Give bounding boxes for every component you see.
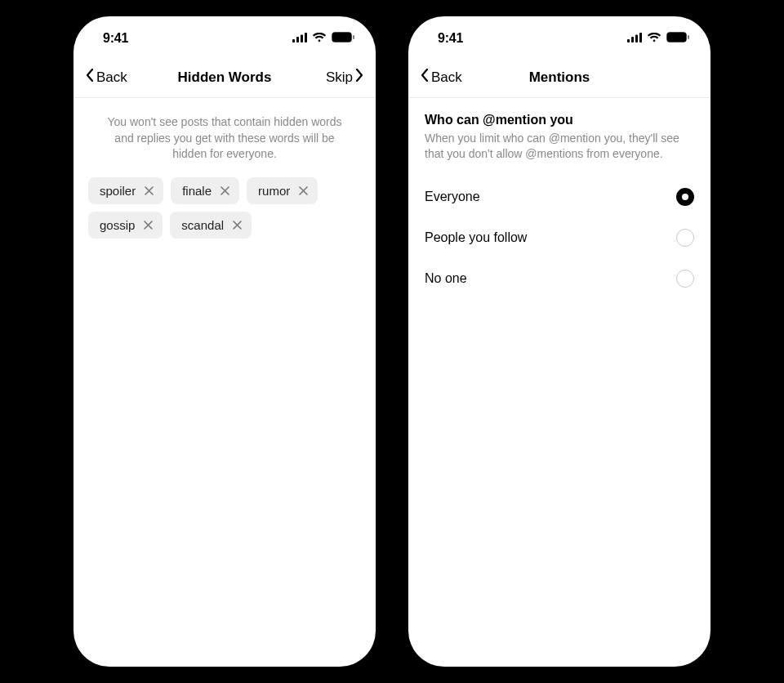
hidden-word-chip[interactable]: spoiler (88, 177, 163, 204)
mentions-option[interactable]: Everyone (425, 176, 694, 217)
section-subtitle: When you limit who can @mention you, the… (425, 131, 694, 162)
option-label: Everyone (425, 190, 480, 204)
section-title: Who can @mention you (425, 113, 694, 127)
wifi-icon (647, 31, 662, 46)
chip-label: gossip (100, 218, 135, 232)
hidden-word-chip[interactable]: scandal (170, 212, 252, 239)
hidden-word-chip[interactable]: gossip (88, 212, 163, 239)
hidden-word-chip[interactable]: finale (171, 177, 239, 204)
radio-button[interactable] (676, 229, 694, 247)
chevron-left-icon (420, 68, 430, 87)
skip-label: Skip (326, 69, 353, 86)
mentions-options: EveryonePeople you followNo one (425, 176, 694, 299)
back-label: Back (431, 69, 462, 86)
svg-rect-1 (296, 37, 299, 42)
chevron-right-icon (354, 68, 364, 87)
radio-button[interactable] (676, 188, 694, 206)
svg-rect-3 (305, 33, 307, 42)
svg-rect-13 (688, 35, 689, 39)
chevron-left-icon (85, 68, 95, 87)
status-time: 9:41 (103, 31, 128, 46)
nav-bar: Back Hidden Words Skip (74, 67, 376, 98)
remove-chip-icon[interactable] (141, 218, 154, 231)
phone-right: 9:41 Back Mentions Who can @mention you … (408, 16, 710, 667)
mentions-option[interactable]: No one (425, 258, 694, 299)
remove-chip-icon[interactable] (296, 184, 310, 197)
signal-icon (627, 31, 642, 46)
nav-bar: Back Mentions (408, 67, 710, 98)
skip-button[interactable]: Skip (326, 68, 364, 87)
mentions-option[interactable]: People you follow (425, 217, 694, 258)
svg-rect-9 (635, 35, 638, 43)
battery-icon (332, 31, 354, 46)
hidden-word-chip[interactable]: rumor (247, 177, 318, 204)
status-bar: 9:41 (74, 26, 376, 51)
status-icons (292, 31, 354, 46)
status-icons (627, 31, 689, 46)
battery-icon (666, 31, 689, 46)
mentions-section: Who can @mention you When you limit who … (408, 98, 710, 299)
remove-chip-icon[interactable] (218, 184, 231, 197)
svg-rect-6 (353, 35, 354, 39)
chip-label: rumor (258, 184, 290, 198)
status-time: 9:41 (438, 31, 463, 46)
hidden-words-chips: spoilerfinalerumorgossipscandal (74, 163, 376, 253)
svg-rect-8 (631, 37, 634, 42)
signal-icon (292, 31, 307, 46)
remove-chip-icon[interactable] (230, 218, 243, 231)
radio-button[interactable] (676, 270, 694, 288)
chip-label: scandal (181, 218, 224, 232)
svg-rect-12 (668, 33, 685, 41)
option-label: No one (425, 271, 467, 286)
option-label: People you follow (425, 230, 527, 245)
back-label: Back (96, 69, 127, 86)
svg-rect-5 (333, 33, 350, 41)
svg-rect-0 (292, 39, 295, 42)
back-button[interactable]: Back (420, 68, 462, 87)
status-bar: 9:41 (408, 26, 710, 51)
phone-left: 9:41 Back Hidden Words Skip (74, 16, 376, 667)
svg-rect-7 (627, 39, 630, 42)
chip-label: spoiler (100, 184, 136, 198)
remove-chip-icon[interactable] (142, 184, 155, 197)
wifi-icon (312, 31, 327, 46)
svg-rect-10 (639, 33, 642, 42)
hidden-words-description: You won't see posts that contain hidden … (74, 98, 376, 163)
svg-rect-2 (301, 35, 303, 43)
back-button[interactable]: Back (85, 68, 127, 87)
chip-label: finale (182, 184, 212, 198)
